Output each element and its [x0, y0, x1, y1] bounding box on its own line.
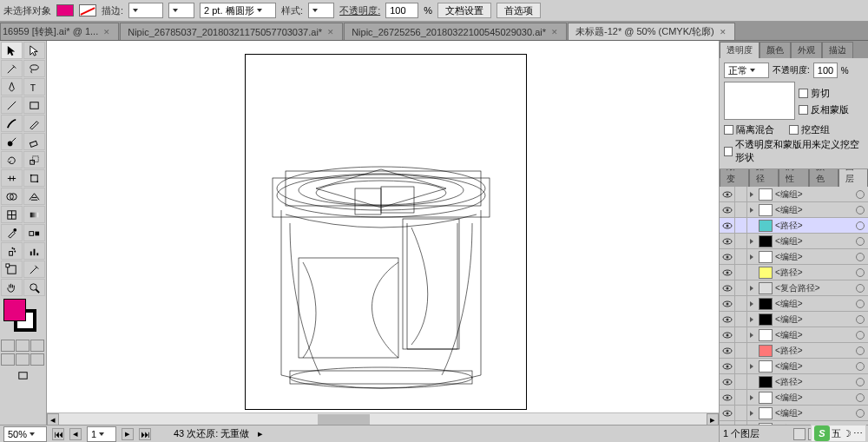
rotate-tool[interactable] — [1, 151, 23, 168]
stroke-swatch-none[interactable] — [79, 4, 96, 16]
expand-icon[interactable] — [747, 239, 756, 244]
rectangle-tool[interactable] — [23, 96, 45, 114]
lock-column[interactable] — [735, 280, 747, 296]
line-tool[interactable] — [1, 96, 23, 114]
panel-tab-transparency[interactable]: 透明度 — [720, 42, 760, 58]
lock-column[interactable] — [735, 327, 747, 343]
lock-column[interactable] — [735, 406, 747, 421]
ime-menu-icon[interactable]: ⋯ — [853, 428, 863, 439]
artboard-nav-field[interactable]: 1 — [87, 426, 116, 442]
doc-setup-button[interactable]: 文档设置 — [437, 3, 491, 18]
layer-name[interactable]: <路径> — [775, 345, 852, 357]
document-tab[interactable]: Nipic_26725256_20180322100545029030.ai*✕ — [344, 23, 567, 40]
layer-row[interactable]: <编组> — [720, 249, 868, 265]
opacity-field[interactable]: 100 — [813, 63, 838, 78]
free-transform-tool[interactable] — [23, 169, 45, 187]
expand-icon[interactable] — [747, 286, 756, 291]
layer-row[interactable]: <复合路径> — [720, 280, 868, 296]
expand-icon[interactable] — [747, 254, 756, 260]
lock-column[interactable] — [735, 359, 747, 374]
expand-icon[interactable] — [747, 192, 756, 197]
clip-checkbox[interactable] — [799, 89, 808, 98]
visibility-icon[interactable] — [720, 343, 735, 359]
opacity-input[interactable]: 100 — [385, 3, 418, 18]
draw-mode-button[interactable] — [1, 353, 15, 366]
lock-column[interactable] — [735, 187, 747, 202]
close-icon[interactable]: ✕ — [326, 28, 335, 36]
type-tool[interactable]: T — [23, 78, 45, 96]
layer-row[interactable]: <编组> — [720, 406, 868, 421]
panel-tab-layers[interactable]: 图层 — [838, 169, 868, 187]
target-icon[interactable] — [856, 300, 865, 308]
layer-row[interactable]: <编组> — [720, 187, 868, 202]
draw-behind-button[interactable] — [16, 353, 30, 366]
visibility-icon[interactable] — [720, 280, 735, 296]
layer-name[interactable]: <路径> — [775, 220, 852, 232]
lock-column[interactable] — [735, 249, 747, 265]
document-tab[interactable]: 未标题-12* @ 50% (CMYK/轮廓)✕ — [568, 23, 735, 40]
target-icon[interactable] — [856, 315, 865, 324]
visibility-icon[interactable] — [720, 249, 735, 265]
expand-icon[interactable] — [747, 333, 756, 338]
zoom-dropdown[interactable]: 50% — [3, 426, 47, 442]
scroll-left-icon[interactable]: ◂ — [47, 413, 59, 426]
scroll-thumb[interactable] — [318, 414, 370, 425]
opacity-link[interactable]: 不透明度: — [339, 4, 380, 17]
layer-row[interactable]: <编组> — [720, 312, 868, 327]
layer-name[interactable]: <编组> — [775, 251, 852, 263]
magic-wand-tool[interactable] — [1, 60, 23, 77]
lock-column[interactable] — [735, 390, 747, 406]
variable-width-dropdown[interactable] — [168, 3, 194, 18]
eraser-tool[interactable] — [23, 133, 45, 150]
document-tab[interactable]: 16959 [转换].ai* @ 1...✕ — [0, 23, 119, 40]
last-artboard-icon[interactable]: ⏭ — [139, 428, 151, 440]
shape-builder-tool[interactable] — [1, 188, 23, 205]
layer-name[interactable]: <编组> — [775, 313, 852, 326]
layer-row[interactable]: <路径> — [720, 218, 868, 234]
scroll-right-icon[interactable]: ▸ — [707, 413, 719, 426]
status-menu-icon[interactable]: ▸ — [258, 428, 263, 439]
panel-tab[interactable]: 路径 — [749, 169, 779, 187]
target-icon[interactable] — [856, 206, 865, 214]
next-artboard-icon[interactable]: ▸ — [122, 428, 134, 440]
preferences-button[interactable]: 首选项 — [496, 3, 541, 18]
visibility-icon[interactable] — [720, 359, 735, 374]
fill-box[interactable] — [3, 299, 26, 321]
layer-row[interactable]: <编组> — [720, 359, 868, 374]
layer-name[interactable]: <编组> — [775, 204, 852, 216]
canvas[interactable] — [47, 41, 719, 425]
slice-tool[interactable] — [23, 261, 45, 278]
lock-column[interactable] — [735, 202, 747, 218]
isolate-checkbox[interactable] — [724, 125, 733, 135]
perspective-grid-tool[interactable] — [23, 188, 45, 205]
target-icon[interactable] — [856, 268, 865, 277]
expand-icon[interactable] — [747, 301, 756, 307]
lock-column[interactable] — [735, 374, 747, 390]
column-graph-tool[interactable] — [23, 242, 45, 260]
locate-object-icon[interactable] — [793, 428, 806, 440]
target-icon[interactable] — [856, 221, 865, 230]
gradient-tool[interactable] — [23, 206, 45, 223]
layer-name[interactable]: <路径> — [775, 267, 852, 279]
stroke-weight-dropdown[interactable] — [128, 3, 163, 18]
hand-tool[interactable] — [1, 279, 23, 296]
target-icon[interactable] — [856, 346, 865, 355]
visibility-icon[interactable] — [720, 296, 735, 312]
pencil-tool[interactable] — [23, 115, 45, 132]
pen-tool[interactable] — [1, 78, 23, 96]
scale-tool[interactable] — [23, 151, 45, 168]
symbol-sprayer-tool[interactable] — [1, 242, 23, 260]
expand-icon[interactable] — [747, 317, 756, 322]
zoom-tool[interactable] — [23, 279, 45, 296]
moon-icon[interactable]: ☽ — [843, 428, 852, 439]
target-icon[interactable] — [856, 331, 865, 340]
layer-list[interactable]: <编组><编组><路径><编组><编组><路径><复合路径><编组><编组><编… — [720, 187, 868, 425]
layer-name[interactable]: <编组> — [775, 329, 852, 341]
layer-name[interactable]: <编组> — [775, 235, 852, 247]
define-knockout-checkbox[interactable] — [724, 147, 733, 156]
artboard-tool[interactable] — [1, 261, 23, 278]
layer-row[interactable]: <编组> — [720, 327, 868, 343]
visibility-icon[interactable] — [720, 202, 735, 218]
target-icon[interactable] — [856, 237, 865, 246]
invert-mask-checkbox[interactable] — [799, 105, 808, 115]
